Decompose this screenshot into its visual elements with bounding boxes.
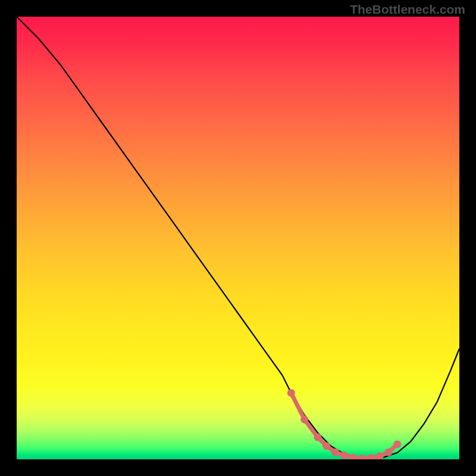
highlight-marker	[331, 449, 339, 456]
highlight-marker	[287, 389, 295, 397]
highlight-marker	[349, 454, 357, 460]
highlight-marker	[393, 440, 401, 448]
plot-area	[17, 17, 459, 459]
chart-svg	[17, 17, 459, 459]
highlight-marker	[300, 416, 308, 424]
bottleneck-curve	[17, 17, 459, 459]
chart-container: TheBottleneck.com	[0, 0, 476, 476]
highlight-marker	[358, 455, 366, 459]
highlight-marker	[340, 452, 348, 459]
optimal-zone-markers	[287, 389, 402, 459]
watermark-text: TheBottleneck.com	[350, 2, 465, 17]
optimal-zone-line	[291, 393, 397, 458]
highlight-marker	[314, 433, 321, 441]
highlight-marker	[367, 454, 375, 459]
highlight-marker	[322, 442, 330, 450]
highlight-marker	[385, 449, 393, 456]
